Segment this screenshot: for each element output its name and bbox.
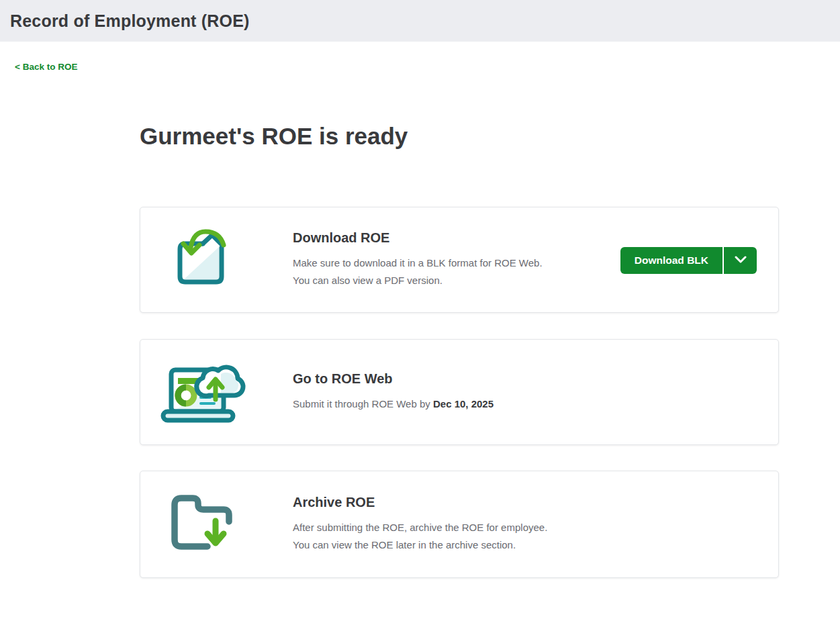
download-roe-card: Download ROE Make sure to download it in… [140, 207, 779, 313]
page-title: Gurmeet's ROE is ready [140, 123, 408, 150]
laptop-cloud-upload-icon [160, 354, 246, 430]
page-header-title: Record of Employment (ROE) [10, 11, 250, 31]
download-roe-title: Download ROE [293, 230, 778, 246]
go-to-roe-web-description: Submit it through ROE Web by Dec 10, 202… [293, 395, 778, 413]
archive-folder-download-icon [167, 488, 240, 561]
archive-roe-description: After submitting the ROE, archive the RO… [293, 519, 778, 554]
download-blk-split-button: Download BLK [620, 247, 757, 274]
go-to-roe-web-title: Go to ROE Web [293, 371, 778, 387]
archive-roe-line1: After submitting the ROE, archive the RO… [293, 519, 778, 536]
archive-roe-title: Archive ROE [293, 495, 778, 510]
page-header: Record of Employment (ROE) [0, 0, 840, 42]
chevron-down-icon [735, 256, 747, 266]
archive-roe-card: Archive ROE After submitting the ROE, ar… [140, 471, 779, 578]
submit-line-prefix: Submit it through ROE Web by [293, 398, 433, 410]
download-blk-dropdown-button[interactable] [724, 247, 757, 274]
download-file-icon [167, 225, 234, 295]
go-to-roe-web-card: Go to ROE Web Submit it through ROE Web … [140, 339, 779, 445]
submit-due-date: Dec 10, 2025 [433, 398, 494, 410]
download-blk-button[interactable]: Download BLK [620, 247, 722, 274]
back-to-roe-link[interactable]: < Back to ROE [15, 62, 77, 72]
download-roe-line2: You can also view a PDF version. [293, 272, 778, 289]
archive-roe-line2: You can view the ROE later in the archiv… [293, 536, 778, 554]
